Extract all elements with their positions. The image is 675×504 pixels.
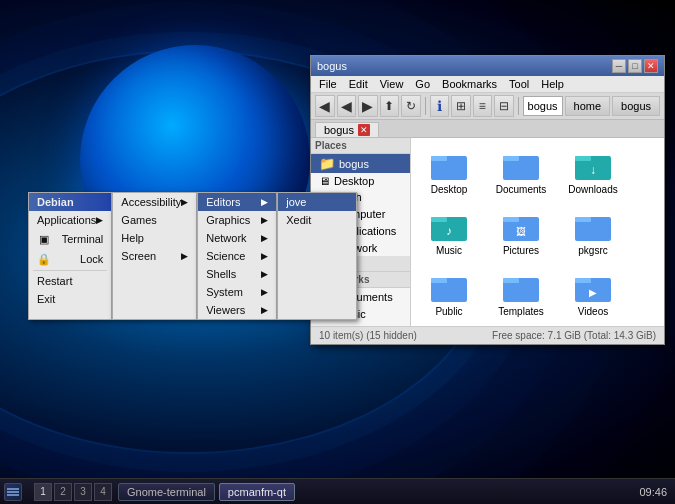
back2-button[interactable]: ◀ xyxy=(337,95,357,117)
svg-rect-5 xyxy=(575,156,591,161)
tab-close-button[interactable]: ✕ xyxy=(358,124,370,136)
menu-item-system[interactable]: System▶ xyxy=(198,283,276,301)
file-label-documents: Documents xyxy=(496,184,547,195)
menu-view[interactable]: View xyxy=(374,77,410,91)
tab-bogus[interactable]: bogus ✕ xyxy=(315,122,379,137)
workspace-4[interactable]: 4 xyxy=(94,483,112,501)
menu-item-help[interactable]: Help xyxy=(113,229,196,247)
file-item-pkgsrc[interactable]: pkgsrc xyxy=(559,203,627,260)
menu-item-editors[interactable]: Editors▶ xyxy=(198,193,276,211)
filemanager-window: bogus ─ □ ✕ File Edit View Go Bookmarks … xyxy=(310,55,665,345)
menu-item-exit[interactable]: Exit xyxy=(29,290,111,308)
svg-text:↓: ↓ xyxy=(590,163,596,177)
grid-view-button[interactable]: ⊞ xyxy=(451,95,471,117)
refresh-button[interactable]: ↻ xyxy=(401,95,421,117)
menu-bookmarks[interactable]: Bookmarks xyxy=(436,77,503,91)
home-button[interactable]: home xyxy=(565,96,611,116)
places-section-header: Places xyxy=(311,138,410,154)
file-item-templates[interactable]: Templates xyxy=(487,264,555,321)
file-item-documents[interactable]: Documents xyxy=(487,142,555,199)
file-item-public[interactable]: Public xyxy=(415,264,483,321)
documents-folder-icon xyxy=(503,146,539,182)
file-item-desktop[interactable]: Desktop xyxy=(415,142,483,199)
file-manager-body: Places 📁 bogus 🖥 Desktop 🗑 Trash 💻 Compu… xyxy=(311,138,664,330)
workspace-switcher: 1 2 3 4 xyxy=(30,483,116,501)
svg-text:♪: ♪ xyxy=(446,224,452,238)
sidebar-item-bogus[interactable]: 📁 bogus xyxy=(311,154,410,173)
menu-file[interactable]: File xyxy=(313,77,343,91)
svg-text:🖼: 🖼 xyxy=(516,226,526,237)
toolbar-separator2 xyxy=(518,97,519,115)
info-button[interactable]: ℹ xyxy=(430,95,450,117)
minimize-button[interactable]: ─ xyxy=(612,59,626,73)
forward-button[interactable]: ▶ xyxy=(358,95,378,117)
title-buttons: ─ □ ✕ xyxy=(612,59,658,73)
menu-item-lock[interactable]: 🔒Lock xyxy=(29,249,111,269)
workspace-2[interactable]: 2 xyxy=(54,483,72,501)
menu-bar: File Edit View Go Bookmarks Tool Help xyxy=(311,76,664,93)
list-view-button[interactable]: ≡ xyxy=(473,95,493,117)
file-item-downloads[interactable]: ↓ Downloads xyxy=(559,142,627,199)
arrow-icon: ▶ xyxy=(96,215,103,225)
menu-item-jove[interactable]: jove xyxy=(278,193,356,211)
menu-go[interactable]: Go xyxy=(409,77,436,91)
svg-rect-18 xyxy=(503,278,519,283)
detail-view-button[interactable]: ⊟ xyxy=(494,95,514,117)
file-label-pkgsrc: pkgsrc xyxy=(578,245,607,256)
menu-item-screen[interactable]: Screen▶ xyxy=(113,247,196,265)
address-bar[interactable]: bogus xyxy=(523,96,563,116)
maximize-button[interactable]: □ xyxy=(628,59,642,73)
bogus-button[interactable]: bogus xyxy=(612,96,660,116)
menu-item-network[interactable]: Network▶ xyxy=(198,229,276,247)
menu-item-graphics[interactable]: Graphics▶ xyxy=(198,211,276,229)
desktop-icon: 🖥 xyxy=(319,175,330,187)
menu-edit[interactable]: Edit xyxy=(343,77,374,91)
menu-item-applications[interactable]: Applications▶ xyxy=(29,211,111,229)
menu-item-restart[interactable]: Restart xyxy=(29,272,111,290)
desktop: Debian Applications▶ ▣Terminal 🔒Lock Res… xyxy=(0,0,675,504)
file-label-desktop: Desktop xyxy=(431,184,468,195)
gnome-terminal-label: Gnome-terminal xyxy=(127,486,206,498)
svg-rect-20 xyxy=(575,278,591,283)
file-item-music[interactable]: ♪ Music xyxy=(415,203,483,260)
menu-item-science[interactable]: Science▶ xyxy=(198,247,276,265)
workspace-3[interactable]: 3 xyxy=(74,483,92,501)
file-content: Desktop Documents ↓ Downloads xyxy=(411,138,664,330)
arrow-icon-screen: ▶ xyxy=(181,251,188,261)
sidebar-label-desktop: Desktop xyxy=(334,175,374,187)
file-item-videos[interactable]: ▶ Videos xyxy=(559,264,627,321)
pcmanfm-label: pcmanfm-qt xyxy=(228,486,286,498)
up-button[interactable]: ⬆ xyxy=(380,95,400,117)
close-button[interactable]: ✕ xyxy=(644,59,658,73)
menu-help[interactable]: Help xyxy=(535,77,570,91)
lock-icon: 🔒 xyxy=(37,252,51,266)
templates-folder-icon xyxy=(503,268,539,304)
menu-tool[interactable]: Tool xyxy=(503,77,535,91)
menu-item-games[interactable]: Games xyxy=(113,211,196,229)
arrow-icon-network: ▶ xyxy=(261,233,268,243)
menu-item-accessibility[interactable]: Accessibility▶ xyxy=(113,193,196,211)
gnome-terminal-button[interactable]: Gnome-terminal xyxy=(118,483,215,501)
back-button[interactable]: ◀ xyxy=(315,95,335,117)
menu-item-terminal[interactable]: ▣Terminal xyxy=(29,229,111,249)
file-item-pictures[interactable]: 🖼 Pictures xyxy=(487,203,555,260)
sidebar-item-desktop[interactable]: 🖥 Desktop xyxy=(311,173,410,189)
menu-item-viewers[interactable]: Viewers▶ xyxy=(198,301,276,319)
menu-item-shells[interactable]: Shells▶ xyxy=(198,265,276,283)
file-label-public: Public xyxy=(435,306,462,317)
workspace-1[interactable]: 1 xyxy=(34,483,52,501)
window-title: bogus xyxy=(317,60,347,72)
file-label-downloads: Downloads xyxy=(568,184,617,195)
desktop-folder-icon xyxy=(431,146,467,182)
menu-item-xedit[interactable]: Xedit xyxy=(278,211,356,229)
downloads-folder-icon: ↓ xyxy=(575,146,611,182)
pcmanfm-button[interactable]: pcmanfm-qt xyxy=(219,483,295,501)
videos-folder-icon: ▶ xyxy=(575,268,611,304)
debian-menu-title: Debian xyxy=(29,193,111,211)
sidebar-label-bogus: bogus xyxy=(339,158,369,170)
arrow-icon-accessibility: ▶ xyxy=(181,197,188,207)
items-count: 10 item(s) (15 hidden) xyxy=(319,330,417,341)
arrow-icon-editors: ▶ xyxy=(261,197,268,207)
status-bar: 10 item(s) (15 hidden) Free space: 7.1 G… xyxy=(311,326,664,344)
tabs-bar: bogus ✕ xyxy=(311,120,664,138)
